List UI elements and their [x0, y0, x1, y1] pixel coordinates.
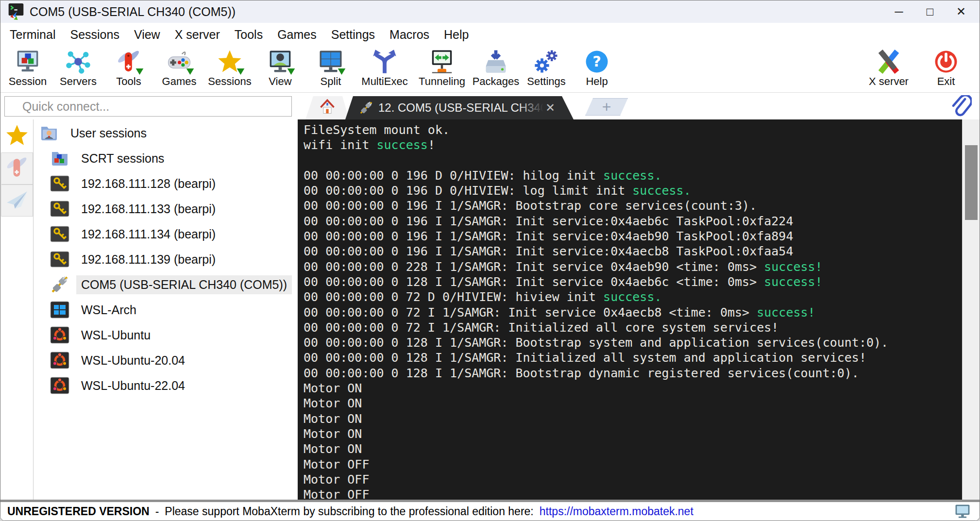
servers-icon: [65, 49, 91, 75]
sidebar-item-wsl-arch[interactable]: WSL-Arch: [34, 297, 298, 322]
ubuntu-icon: [50, 351, 69, 370]
toolbar-label: Tools: [116, 75, 141, 88]
toolbar-x-server-button[interactable]: X server: [860, 49, 917, 88]
serial-plug-icon: [359, 101, 373, 115]
sidebar-item-192-168-111-134-bearpi[interactable]: 192.168.111.134 (bearpi): [34, 221, 298, 247]
terminal-wrap: FileSystem mount ok.wifi init success! 0…: [298, 119, 980, 500]
sidebar-item-user-sessions[interactable]: User sessions: [34, 120, 298, 146]
sidebar-item-wsl-ubuntu-20-04[interactable]: WSL-Ubuntu-20.04: [34, 348, 298, 373]
sidebar-item-192-168-111-139-bearpi[interactable]: 192.168.111.139 (bearpi): [34, 247, 298, 272]
session-label: SCRT sessions: [76, 149, 169, 168]
tab-home[interactable]: [305, 96, 349, 119]
terminal-line: 00 00:00:00 0 128 I 1/SAMGR: Initialized…: [304, 350, 962, 365]
toolbar-exit-button[interactable]: Exit: [917, 49, 975, 88]
title-bar: COM5 (USB-SERIAL CH340 (COM5)) ─ □ ✕: [0, 0, 980, 23]
ssh-key-icon: [50, 224, 69, 244]
toolbar-sessions-button[interactable]: Sessions: [204, 49, 255, 88]
minimize-button[interactable]: ─: [883, 0, 914, 23]
session-icon: [15, 49, 41, 75]
close-button[interactable]: ✕: [946, 0, 977, 23]
session-label: COM5 (USB-SERIAL CH340 (COM5)): [76, 275, 292, 294]
cubes-folder-icon: [50, 149, 69, 168]
quick-connect-input[interactable]: [4, 96, 292, 117]
terminal-line: Motor ON: [304, 411, 962, 426]
status-separator: -: [155, 505, 159, 518]
new-tab-button[interactable]: +: [585, 98, 628, 116]
sidebar-item-scrt-sessions[interactable]: SCRT sessions: [34, 146, 298, 171]
session-label: WSL-Ubuntu: [76, 326, 155, 345]
terminal-line: 00 00:00:00 0 196 D 0/HIVIEW: log limit …: [304, 183, 962, 198]
sidebar-item-192-168-111-133-bearpi[interactable]: 192.168.111.133 (bearpi): [34, 196, 298, 221]
toolbar-label: X server: [869, 75, 909, 88]
toolbar-session-button[interactable]: Session: [2, 49, 53, 88]
toolbar-help-button[interactable]: ?Help: [572, 49, 622, 88]
menu-item-games[interactable]: Games: [270, 25, 324, 44]
serial-plug-icon: [50, 275, 69, 294]
terminal-line: 00 00:00:00 0 72 I 1/SAMGR: Init service…: [304, 305, 962, 320]
menu-item-help[interactable]: Help: [437, 25, 476, 44]
tab-com5-active[interactable]: 12. COM5 (USB-SERIAL CH340 (CO ✕: [345, 96, 574, 119]
main-area: User sessionsSCRT sessions192.168.111.12…: [0, 93, 980, 500]
terminal-line: Motor ON: [304, 426, 962, 441]
sidebar-item-wsl-ubuntu[interactable]: WSL-Ubuntu: [34, 322, 298, 348]
terminal-line: 00 00:00:00 0 196 I 1/SAMGR: Bootstrap c…: [304, 198, 962, 213]
terminal-output[interactable]: FileSystem mount ok.wifi init success! 0…: [298, 119, 962, 500]
rail-favorites-button[interactable]: [1, 120, 33, 152]
toolbar-packages-button[interactable]: Packages: [471, 49, 521, 88]
toolbar-split-button[interactable]: Split: [305, 49, 356, 88]
terminal-line: wifi init success!: [304, 137, 962, 152]
mobaxterm-window: COM5 (USB-SERIAL CH340 (COM5)) ─ □ ✕ Ter…: [0, 0, 980, 521]
exit-icon: [933, 49, 959, 75]
menu-item-tools[interactable]: Tools: [227, 25, 270, 44]
menu-item-terminal[interactable]: Terminal: [2, 25, 63, 44]
tab-label: 12. COM5 (USB-SERIAL CH340 (CO: [378, 101, 543, 115]
scrollbar-thumb[interactable]: [965, 145, 978, 220]
toolbar-view-button[interactable]: View: [255, 49, 305, 88]
xserver-icon: [876, 49, 902, 75]
games-icon: [166, 49, 192, 75]
windows-icon: [50, 300, 69, 319]
toolbar-label: Games: [162, 75, 197, 88]
menu-item-view[interactable]: View: [127, 25, 168, 44]
terminal-line: 00 00:00:00 0 128 I 1/SAMGR: Bootstrap d…: [304, 366, 962, 381]
home-icon: [319, 98, 336, 118]
status-message: Please support MobaXterm by subscribing …: [165, 505, 533, 518]
mobatek-link[interactable]: https://mobaxterm.mobatek.net: [540, 505, 693, 518]
toolbar-multiexec-button[interactable]: MultiExec: [356, 49, 413, 88]
toolbar-games-button[interactable]: Games: [154, 49, 204, 88]
sidebar-item-wsl-ubuntu-22-04[interactable]: WSL-Ubuntu-22.04: [34, 373, 298, 398]
toolbar-servers-button[interactable]: Servers: [53, 49, 103, 88]
rail-send-button[interactable]: [1, 185, 33, 217]
quick-connect-wrap: [0, 93, 298, 119]
settings-icon: [533, 49, 559, 75]
toolbar-settings-button[interactable]: Settings: [521, 49, 572, 88]
rail-tools-button[interactable]: [1, 152, 33, 185]
sidebar-item-com5-usb-serial-ch340-com5[interactable]: COM5 (USB-SERIAL CH340 (COM5)): [34, 272, 298, 297]
sidebar-item-192-168-111-128-bearpi[interactable]: 192.168.111.128 (bearpi): [34, 171, 298, 196]
terminal-line: 00 00:00:00 0 128 I 1/SAMGR: Init servic…: [304, 274, 962, 289]
tab-close-icon[interactable]: ✕: [545, 101, 555, 115]
menu-item-sessions[interactable]: Sessions: [63, 25, 126, 44]
terminal-line: 00 00:00:00 0 196 D 0/HIVIEW: hilog init…: [304, 168, 962, 183]
unregistered-label: UNREGISTERED VERSION: [7, 505, 150, 518]
menu-item-settings[interactable]: Settings: [324, 25, 382, 44]
toolbar-tools-button[interactable]: Tools: [103, 49, 154, 88]
toolbar-label: Help: [586, 75, 608, 88]
svg-text:?: ?: [592, 53, 601, 70]
terminal-line: Motor ON: [304, 381, 962, 396]
toolbar-tunneling-button[interactable]: Tunneling: [413, 49, 471, 88]
terminal-line: [304, 153, 962, 168]
sessions-star-icon: [217, 49, 243, 75]
ssh-key-icon: [50, 174, 69, 193]
terminal-line: 00 00:00:00 0 128 I 1/SAMGR: Bootstrap s…: [304, 335, 962, 350]
tunneling-icon: [429, 49, 455, 75]
terminal-line: 00 00:00:00 0 72 I 1/SAMGR: Initialized …: [304, 320, 962, 335]
menu-item-x-server[interactable]: X server: [168, 25, 227, 44]
attach-paperclip-icon[interactable]: [949, 95, 972, 118]
menu-item-macros[interactable]: Macros: [382, 25, 437, 44]
ssh-key-icon: [50, 199, 69, 218]
packages-icon: [483, 49, 509, 75]
maximize-button[interactable]: □: [914, 0, 946, 23]
ubuntu-icon: [50, 376, 69, 395]
sidebar-body: User sessionsSCRT sessions192.168.111.12…: [0, 119, 298, 500]
